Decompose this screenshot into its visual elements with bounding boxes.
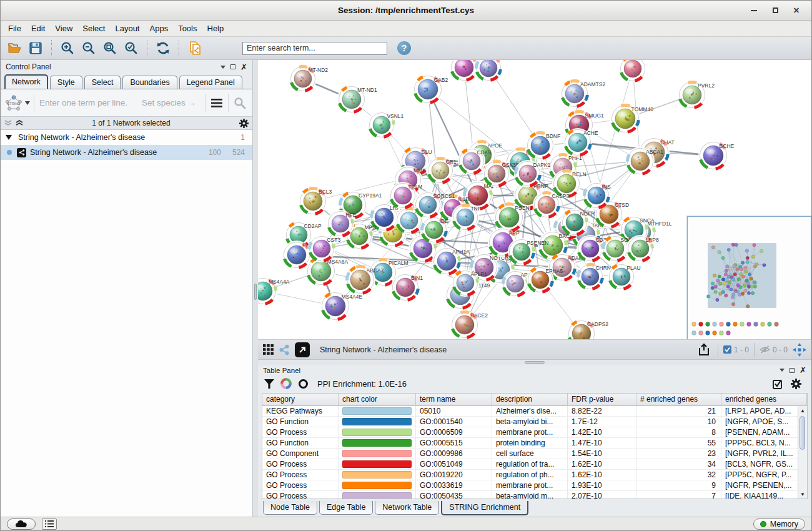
menu-item-view[interactable]: View <box>50 22 77 35</box>
network-node-PLD3[interactable] <box>450 60 478 82</box>
tab-legend-panel[interactable]: Legend Panel <box>179 76 242 89</box>
select-rows-icon[interactable] <box>773 379 783 389</box>
selected-checkbox-icon[interactable] <box>723 345 731 354</box>
tab-network[interactable]: Network <box>4 74 48 89</box>
column-header-fdr-p-value[interactable]: FDR p-value <box>568 394 636 406</box>
tab-string-enrichment[interactable]: STRING Enrichment <box>441 501 528 515</box>
menu-item-select[interactable]: Select <box>77 22 110 35</box>
scroll-up-button[interactable]: ▲ <box>798 406 807 415</box>
network-node-BIN1[interactable]: BIN1 <box>391 273 423 302</box>
ring-chart-icon[interactable] <box>298 379 309 389</box>
tab-select[interactable]: Select <box>84 76 121 89</box>
panel-close-icon[interactable]: ✗ <box>240 63 247 71</box>
network-node-TNF[interactable]: TNF <box>452 204 481 231</box>
network-node-CR1[interactable]: CR1 <box>427 157 457 184</box>
string-search-button[interactable] <box>231 94 249 112</box>
network-node-MS4A4E[interactable]: MS4A4E <box>320 291 362 321</box>
help-button[interactable]: ? <box>397 41 411 55</box>
network-node-CADPS2[interactable]: CADPS2 <box>567 319 608 340</box>
menu-item-apps[interactable]: Apps <box>145 22 174 35</box>
zoom-fit-button[interactable] <box>101 39 119 57</box>
birds-eye-view[interactable] <box>687 216 811 340</box>
search-input[interactable] <box>242 42 387 55</box>
network-node-PVRL2[interactable]: PVRL2 <box>678 81 715 109</box>
scrollbar-thumb[interactable] <box>800 416 805 450</box>
network-node-TOMM40[interactable]: TOMM40 <box>610 104 653 134</box>
copy-network-button[interactable] <box>186 39 204 57</box>
memory-button[interactable]: Memory <box>753 519 805 530</box>
string-logo[interactable]: STRING <box>4 94 34 112</box>
network-node-ADAMTS2[interactable]: ADAMTS2 <box>560 79 605 108</box>
menu-item-help[interactable]: Help <box>202 22 229 35</box>
menu-item-tools[interactable]: Tools <box>173 22 202 35</box>
menu-item-layout[interactable]: Layout <box>110 22 144 35</box>
network-node-MT-ND1[interactable]: MT-ND1 <box>337 85 377 114</box>
menu-item-file[interactable]: File <box>3 22 26 35</box>
panel-float-icon[interactable] <box>230 64 235 69</box>
filter-icon[interactable] <box>264 379 274 389</box>
cloud-button[interactable] <box>7 519 36 530</box>
save-session-button[interactable] <box>27 39 44 57</box>
tab-network-table[interactable]: Network Table <box>375 501 439 515</box>
table-settings-gear-icon[interactable] <box>791 379 801 389</box>
column-header-description[interactable]: description <box>492 394 568 406</box>
column-header-term-name[interactable]: term name <box>416 394 492 406</box>
tab-node-table[interactable]: Node Table <box>263 501 317 515</box>
cell-term: 05010 <box>416 406 492 417</box>
network-node-MT-ND2[interactable]: MT-ND2 <box>289 65 328 92</box>
panel-menu-icon[interactable] <box>220 66 225 69</box>
scroll-down-button[interactable]: ▼ <box>798 490 807 499</box>
table-scrollbar[interactable]: ▲ ▼ <box>798 406 807 499</box>
zoom-in-button[interactable] <box>59 39 76 57</box>
tab-boundaries[interactable]: Boundaries <box>122 76 177 89</box>
eye-off-icon[interactable] <box>760 345 770 354</box>
tree-collection-row[interactable]: String Network - Alzheimer's disease 1 <box>1 130 252 145</box>
network-node-PLAU[interactable]: PLAU <box>608 263 641 290</box>
close-button[interactable]: × <box>788 4 805 17</box>
network-node-VSNL1[interactable]: VSNL1 <box>368 111 404 139</box>
maximize-button[interactable] <box>766 4 784 17</box>
network-node-MS4A4A[interactable]: MS4A4A <box>258 277 290 305</box>
menu-item-edit[interactable]: Edit <box>26 22 50 35</box>
network-node-BCHE[interactable]: BCHE <box>698 141 735 171</box>
table-panel-float-icon[interactable] <box>790 368 795 373</box>
column-header-enriched-genes[interactable]: enriched genes <box>721 394 807 406</box>
network-node-BCL3[interactable]: BCL3 <box>299 187 332 216</box>
table-panel-menu-icon[interactable] <box>780 369 785 372</box>
network-node-SORT1[interactable] <box>475 60 502 82</box>
panel-splitter[interactable] <box>253 60 258 517</box>
network-node-GAB2[interactable]: GAB2 <box>413 74 448 104</box>
zoom-selected-button[interactable] <box>122 39 140 57</box>
set-species-label[interactable]: Set species → <box>142 98 202 107</box>
tree-network-row[interactable]: String Network - Alzheimer's disease 100… <box>1 145 252 160</box>
tab-style[interactable]: Style <box>50 76 82 89</box>
detach-view-button[interactable] <box>295 342 310 357</box>
zoom-out-button[interactable] <box>80 39 97 57</box>
minimize-button[interactable] <box>745 4 763 17</box>
string-options-button[interactable] <box>208 94 225 112</box>
column-header-category[interactable]: category <box>262 394 339 406</box>
refresh-button[interactable] <box>154 39 172 57</box>
share-network-icon[interactable] <box>279 344 290 355</box>
export-network-button[interactable] <box>695 341 713 359</box>
table-panel-close-icon[interactable]: ✗ <box>800 366 806 374</box>
pan-compass-icon[interactable] <box>793 343 806 357</box>
expanded-triangle-icon[interactable] <box>6 135 12 140</box>
open-session-button[interactable] <box>6 39 23 57</box>
grid-view-icon[interactable] <box>263 344 274 355</box>
table-splitter[interactable] <box>258 360 811 365</box>
network-canvas[interactable]: MT-ND2MT-ND1VSNL1GAB2ADAMTS2PVRL2TOMM40S… <box>258 60 811 340</box>
tab-edge-table[interactable]: Edge Table <box>319 501 373 515</box>
network-node-ACHE[interactable]: ACHE <box>563 128 598 157</box>
collapse-all-icon[interactable] <box>4 120 12 126</box>
task-list-button[interactable] <box>42 519 57 530</box>
column-header--enriched-genes[interactable]: # enriched genes <box>636 394 721 406</box>
network-node-ECE1[interactable] <box>619 60 646 82</box>
expand-all-icon[interactable] <box>16 120 23 126</box>
string-query-input[interactable] <box>34 98 142 107</box>
network-node-BACE2[interactable]: BACE2 <box>450 310 488 339</box>
network-node-LRP8[interactable]: LRP8 <box>626 235 659 262</box>
gear-icon[interactable] <box>239 119 249 128</box>
enrichment-chart-icon[interactable] <box>280 378 292 389</box>
column-header-chart-color[interactable]: chart color <box>339 394 416 406</box>
